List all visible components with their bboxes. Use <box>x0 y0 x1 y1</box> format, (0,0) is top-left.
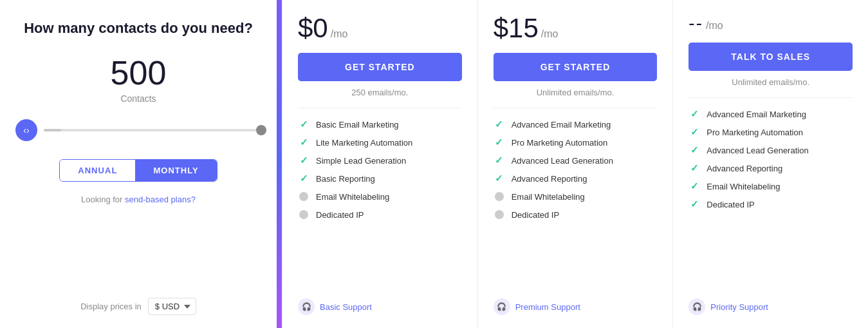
list-item: ✓Advanced Email Marketing <box>494 119 658 130</box>
list-item: ✓Pro Marketing Automation <box>494 137 658 148</box>
support-row-enterprise: 🎧Priority Support <box>688 292 853 315</box>
plan-price-enterprise: -- <box>688 13 703 34</box>
list-item: ✓Email Whitelabeling <box>688 180 853 192</box>
feature-label: Lite Marketing Automation <box>316 138 412 148</box>
feature-label: Advanced Lead Generation <box>512 156 613 166</box>
feature-label: Basic Reporting <box>316 174 375 184</box>
slider-fill <box>44 129 61 131</box>
plan-price-row-enterprise: --/mo <box>688 13 853 34</box>
plan-price-row-free: $0/mo <box>298 13 462 44</box>
headset-icon: 🎧 <box>298 298 315 315</box>
dot-grey-icon <box>495 192 504 201</box>
monthly-billing-button[interactable]: MONTHLY <box>135 160 216 181</box>
chevron-right-icon: › <box>26 125 30 135</box>
check-icon: ✓ <box>688 180 700 192</box>
plan-col-free: $0/moGET STARTED250 emails/mo.✓Basic Ema… <box>282 0 477 328</box>
dot-grey-icon <box>299 192 308 201</box>
feature-label: Pro Marketing Automation <box>512 138 608 148</box>
list-item: ✓Basic Email Marketing <box>298 119 462 130</box>
support-link-enterprise[interactable]: Priority Support <box>710 302 768 312</box>
plan-divider-enterprise <box>688 97 853 98</box>
check-icon: ✓ <box>298 155 309 166</box>
billing-toggle: ANNUAL MONTHLY <box>59 159 217 182</box>
check-icon: ✓ <box>688 144 700 156</box>
slider-track[interactable] <box>44 129 261 131</box>
feature-label: Email Whitelabeling <box>512 192 585 202</box>
unavailable-icon <box>494 191 505 202</box>
list-item: Email Whitelabeling <box>298 191 462 202</box>
check-icon: ✓ <box>688 198 700 210</box>
unavailable-icon <box>494 209 505 220</box>
unavailable-icon <box>298 191 309 202</box>
feature-label: Advanced Reporting <box>706 164 782 173</box>
annual-billing-button[interactable]: ANNUAL <box>60 160 135 181</box>
list-item: ✓Advanced Email Marketing <box>688 108 853 120</box>
plan-price-free: $0 <box>298 13 328 44</box>
check-icon: ✓ <box>298 119 309 130</box>
plan-cta-pro[interactable]: GET STARTED <box>494 53 658 81</box>
list-item: ✓Pro Marketing Automation <box>688 126 853 138</box>
check-icon: ✓ <box>494 137 505 148</box>
feature-label: Advanced Lead Generation <box>706 146 808 155</box>
features-list-free: ✓Basic Email Marketing✓Lite Marketing Au… <box>298 119 462 284</box>
check-mark-icon: ✓ <box>495 119 503 130</box>
features-list-pro: ✓Advanced Email Marketing✓Pro Marketing … <box>494 119 658 284</box>
support-link-pro[interactable]: Premium Support <box>515 302 580 312</box>
check-icon: ✓ <box>688 108 700 120</box>
left-panel: How many contacts do you need? 500 Conta… <box>0 0 277 328</box>
check-mark-icon: ✓ <box>690 162 699 174</box>
plan-price-mo-enterprise: /mo <box>706 20 723 32</box>
headset-icon: 🎧 <box>494 298 510 315</box>
check-icon: ✓ <box>494 155 505 166</box>
list-item: ✓Advanced Reporting <box>494 173 658 184</box>
currency-label: Display prices in <box>80 302 142 311</box>
feature-label: Simple Lead Generation <box>316 156 406 166</box>
check-icon: ✓ <box>298 137 309 148</box>
check-mark-icon: ✓ <box>300 173 308 184</box>
send-plans-text: Looking for send-based plans? <box>81 195 196 204</box>
list-item: ✓Advanced Lead Generation <box>494 155 658 166</box>
feature-label: Advanced Reporting <box>512 174 587 184</box>
list-item: ✓Dedicated IP <box>688 198 853 210</box>
list-item: Dedicated IP <box>494 209 658 220</box>
plan-col-pro: $15/moGET STARTEDUnlimited emails/mo.✓Ad… <box>477 0 673 328</box>
send-plans-link[interactable]: send-based plans? <box>125 195 196 204</box>
pricing-area: $0/moGET STARTED250 emails/mo.✓Basic Ema… <box>282 0 868 328</box>
plan-emails-enterprise: Unlimited emails/mo. <box>688 77 853 87</box>
support-row-pro: 🎧Premium Support <box>494 292 658 315</box>
check-icon: ✓ <box>688 126 700 138</box>
check-mark-icon: ✓ <box>690 108 699 120</box>
check-mark-icon: ✓ <box>690 126 699 138</box>
slider-thumb[interactable] <box>256 125 266 135</box>
plan-divider-free <box>298 108 462 108</box>
feature-label: Basic Email Marketing <box>316 120 399 130</box>
plan-col-enterprise: --/moTALK TO SALESUnlimited emails/mo.✓A… <box>672 0 868 328</box>
check-mark-icon: ✓ <box>690 144 699 156</box>
check-mark-icon: ✓ <box>300 137 308 148</box>
list-item: ✓Advanced Lead Generation <box>688 144 853 156</box>
support-link-free[interactable]: Basic Support <box>320 302 372 312</box>
check-mark-icon: ✓ <box>690 198 699 210</box>
feature-label: Advanced Email Marketing <box>512 120 611 130</box>
check-mark-icon: ✓ <box>495 137 503 148</box>
check-icon: ✓ <box>298 173 309 184</box>
list-item: ✓Basic Reporting <box>298 173 462 184</box>
check-icon: ✓ <box>494 173 505 184</box>
feature-label: Dedicated IP <box>512 210 559 220</box>
feature-label: Dedicated IP <box>706 200 754 209</box>
unavailable-icon <box>298 209 309 220</box>
feature-label: Email Whitelabeling <box>706 182 780 191</box>
plan-price-mo-pro: /mo <box>541 28 559 40</box>
dot-grey-icon <box>299 210 308 219</box>
plan-cta-enterprise[interactable]: TALK TO SALES <box>688 43 853 71</box>
plan-cta-free[interactable]: GET STARTED <box>298 53 462 81</box>
currency-select[interactable]: $ USD € EUR £ GBP <box>148 298 196 315</box>
check-mark-icon: ✓ <box>690 180 699 192</box>
list-item: ✓Simple Lead Generation <box>298 155 462 166</box>
accent-bar <box>277 0 282 328</box>
send-plans-prefix: Looking for <box>81 195 125 204</box>
plan-price-pro: $15 <box>494 13 539 44</box>
contacts-value: 500 <box>111 56 167 90</box>
slider-left-button[interactable]: ‹ › <box>15 119 37 141</box>
feature-label: Dedicated IP <box>316 210 364 220</box>
